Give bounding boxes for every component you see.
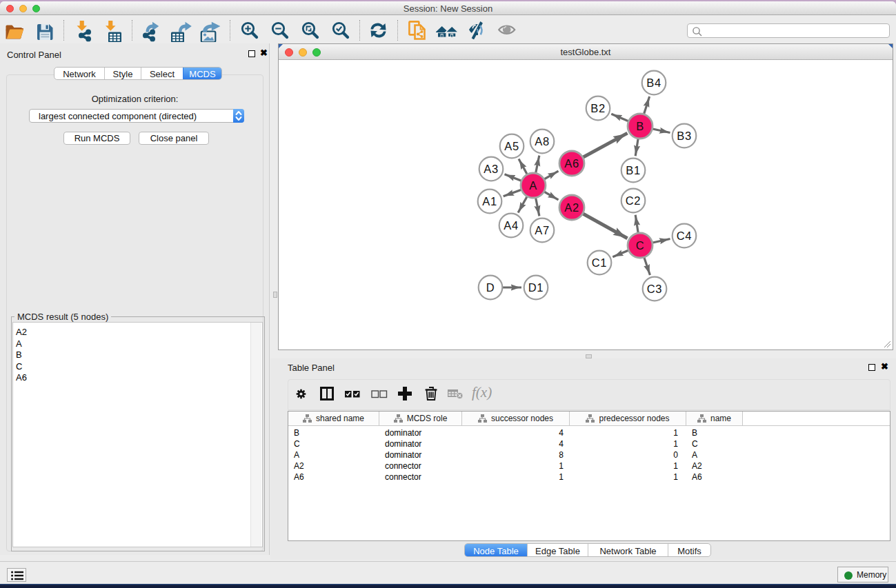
- svg-text:A8: A8: [535, 135, 550, 148]
- svg-text:B1: B1: [626, 164, 641, 176]
- svg-text:A3: A3: [484, 163, 499, 175]
- svg-text:C3: C3: [647, 283, 663, 295]
- svg-text:B4: B4: [646, 77, 661, 89]
- svg-text:B2: B2: [590, 102, 606, 114]
- svg-text:B: B: [636, 120, 644, 132]
- svg-text:C1: C1: [592, 256, 608, 269]
- svg-text:D1: D1: [528, 281, 544, 294]
- svg-text:C2: C2: [626, 194, 641, 207]
- svg-text:A4: A4: [504, 219, 519, 232]
- svg-text:C: C: [636, 239, 645, 252]
- svg-text:A2: A2: [564, 201, 579, 214]
- svg-text:A5: A5: [504, 140, 519, 152]
- svg-text:D: D: [486, 281, 495, 294]
- svg-text:C4: C4: [677, 230, 693, 242]
- svg-text:B3: B3: [677, 130, 692, 142]
- svg-text:A: A: [529, 179, 537, 192]
- svg-text:A1: A1: [482, 195, 497, 207]
- svg-text:A7: A7: [535, 224, 550, 236]
- svg-text:A6: A6: [564, 157, 579, 170]
